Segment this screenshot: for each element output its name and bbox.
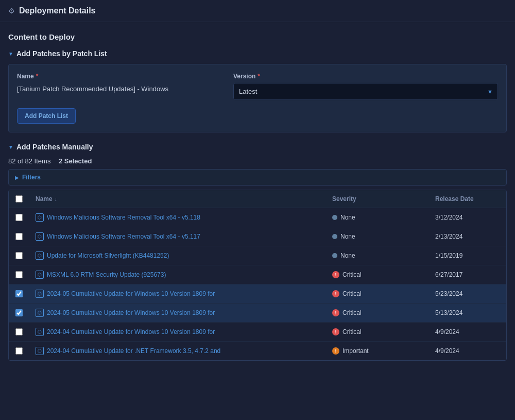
row-checkbox-cell[interactable]: [9, 323, 29, 341]
row-checkbox-cell[interactable]: [9, 209, 29, 226]
gear-icon: ⚙: [8, 7, 15, 15]
th-release-date[interactable]: Release Date: [429, 190, 506, 208]
row-checkbox-cell[interactable]: [9, 285, 29, 303]
table-row[interactable]: ⬡MSXML 6.0 RTM Security Update (925673)!…: [9, 265, 506, 284]
row-severity-cell: None: [326, 247, 429, 264]
row-checkbox-cell[interactable]: [9, 304, 29, 322]
page-title: Deployment Details: [19, 6, 95, 15]
version-required-star: *: [258, 73, 260, 80]
severity-critical-icon: !: [332, 290, 339, 297]
patch-type-icon: ⬡: [36, 328, 44, 336]
row-severity-cell: !Critical: [326, 285, 429, 303]
patch-list-form-row: Name * [Tanium Patch Recommended Updates…: [17, 73, 498, 100]
select-all-checkbox[interactable]: [15, 195, 23, 203]
release-date: 5/23/2024: [435, 290, 462, 297]
manual-section-chevron: ▼: [8, 144, 13, 150]
row-name-cell: ⬡Windows Malicious Software Removal Tool…: [29, 208, 326, 227]
version-label: Version *: [233, 73, 498, 80]
severity-text: Critical: [342, 309, 362, 316]
patch-type-icon: ⬡: [36, 347, 44, 355]
table-row[interactable]: ⬡Windows Malicious Software Removal Tool…: [9, 227, 506, 246]
patch-name-link[interactable]: 2024-05 Cumulative Update for Windows 10…: [47, 290, 215, 297]
row-checkbox[interactable]: [15, 271, 23, 278]
severity-dot-none: [332, 215, 337, 220]
row-checkbox[interactable]: [15, 290, 23, 297]
row-checkbox-cell[interactable]: [9, 342, 29, 360]
severity-text: None: [340, 214, 355, 221]
patch-name-link[interactable]: Windows Malicious Software Removal Tool …: [47, 214, 200, 221]
row-checkbox-cell[interactable]: [9, 228, 29, 245]
manual-section: ▼ Add Patches Manually 82 of 82 Items 2 …: [8, 143, 507, 361]
severity-critical-icon: !: [332, 309, 339, 316]
row-checkbox[interactable]: [15, 252, 23, 259]
version-select[interactable]: Latest 1.0 2.0: [233, 83, 498, 100]
row-checkbox[interactable]: [15, 233, 23, 240]
row-name-cell: ⬡2024-05 Cumulative Update for Windows 1…: [29, 284, 326, 303]
table-body: ⬡Windows Malicious Software Removal Tool…: [9, 208, 506, 360]
release-date: 6/27/2017: [435, 271, 462, 278]
row-severity-cell: !Critical: [326, 304, 429, 322]
patch-type-icon: ⬡: [36, 213, 44, 222]
row-name-cell: ⬡2024-05 Cumulative Update for Windows 1…: [29, 304, 326, 322]
row-checkbox-cell[interactable]: [9, 266, 29, 283]
table-row[interactable]: ⬡Windows Malicious Software Removal Tool…: [9, 208, 506, 227]
table-header: Name ↓ Severity Release Date: [9, 190, 506, 208]
patch-name-link[interactable]: 2024-04 Cumulative Update for .NET Frame…: [47, 347, 220, 355]
row-name-cell: ⬡Windows Malicious Software Removal Tool…: [29, 227, 326, 246]
patch-name-link[interactable]: 2024-04 Cumulative Update for Windows 10…: [47, 328, 215, 335]
patch-list-chevron: ▼: [8, 51, 13, 57]
page-header: ⚙ Deployment Details: [0, 0, 515, 22]
row-date-cell: 5/23/2024: [429, 285, 506, 303]
name-label: Name *: [17, 73, 223, 80]
add-patch-list-button[interactable]: Add Patch List: [17, 108, 76, 124]
severity-dot-none: [332, 234, 337, 239]
manual-section-header[interactable]: ▼ Add Patches Manually: [8, 143, 507, 151]
items-count-text: 82 of 82 Items: [8, 157, 50, 165]
patch-name-link[interactable]: Update for Microsoft Silverlight (KB4481…: [47, 252, 169, 259]
table-row[interactable]: ⬡2024-04 Cumulative Update for .NET Fram…: [9, 342, 506, 360]
patch-name-link[interactable]: Windows Malicious Software Removal Tool …: [47, 233, 200, 240]
th-checkbox[interactable]: [9, 190, 29, 208]
patch-type-icon: ⬡: [36, 232, 44, 241]
release-date: 3/12/2024: [435, 214, 462, 221]
row-name-cell: ⬡Update for Microsoft Silverlight (KB448…: [29, 246, 326, 265]
patch-list-title: Add Patches by Patch List: [16, 49, 107, 58]
patches-table: Name ↓ Severity Release Date ⬡Windows Ma…: [8, 190, 507, 361]
content-to-deploy-title: Content to Deploy: [8, 32, 507, 41]
row-date-cell: 2/13/2024: [429, 228, 506, 245]
name-value: [Tanium Patch Recommended Updates] - Win…: [17, 83, 223, 95]
patch-list-header[interactable]: ▼ Add Patches by Patch List: [8, 49, 507, 58]
severity-critical-icon: !: [332, 271, 339, 278]
severity-dot-none: [332, 253, 337, 258]
table-row[interactable]: ⬡Update for Microsoft Silverlight (KB448…: [9, 246, 506, 265]
main-content: Content to Deploy ▼ Add Patches by Patch…: [0, 22, 515, 381]
severity-text: None: [340, 252, 355, 259]
row-checkbox[interactable]: [15, 309, 23, 316]
row-date-cell: 4/9/2024: [429, 342, 506, 360]
severity-text: Critical: [342, 290, 362, 297]
severity-text: Critical: [342, 271, 362, 278]
row-severity-cell: None: [326, 209, 429, 226]
th-name[interactable]: Name ↓: [29, 190, 326, 208]
patch-name-link[interactable]: 2024-05 Cumulative Update for Windows 10…: [47, 309, 215, 316]
row-checkbox[interactable]: [15, 214, 23, 221]
items-count-row: 82 of 82 Items 2 Selected: [8, 157, 507, 165]
row-date-cell: 5/13/2024: [429, 304, 506, 322]
table-row[interactable]: ⬡2024-05 Cumulative Update for Windows 1…: [9, 304, 506, 323]
row-checkbox[interactable]: [15, 347, 23, 355]
row-date-cell: 1/15/2019: [429, 247, 506, 264]
name-field-group: Name * [Tanium Patch Recommended Updates…: [17, 73, 223, 95]
release-date: 4/9/2024: [435, 328, 459, 335]
row-checkbox[interactable]: [15, 328, 23, 335]
row-checkbox-cell[interactable]: [9, 247, 29, 264]
table-row[interactable]: ⬡2024-05 Cumulative Update for Windows 1…: [9, 284, 506, 304]
version-select-wrapper[interactable]: Latest 1.0 2.0 ▼: [233, 83, 498, 100]
table-row[interactable]: ⬡2024-04 Cumulative Update for Windows 1…: [9, 323, 506, 342]
filters-row[interactable]: ▶ Filters: [8, 169, 507, 186]
filters-chevron-icon: ▶: [15, 175, 19, 180]
patch-name-link[interactable]: MSXML 6.0 RTM Security Update (925673): [47, 271, 166, 278]
patch-type-icon: ⬡: [36, 271, 44, 279]
row-severity-cell: None: [326, 228, 429, 245]
th-severity[interactable]: Severity: [326, 190, 429, 208]
name-sort-icon: ↓: [55, 196, 57, 202]
